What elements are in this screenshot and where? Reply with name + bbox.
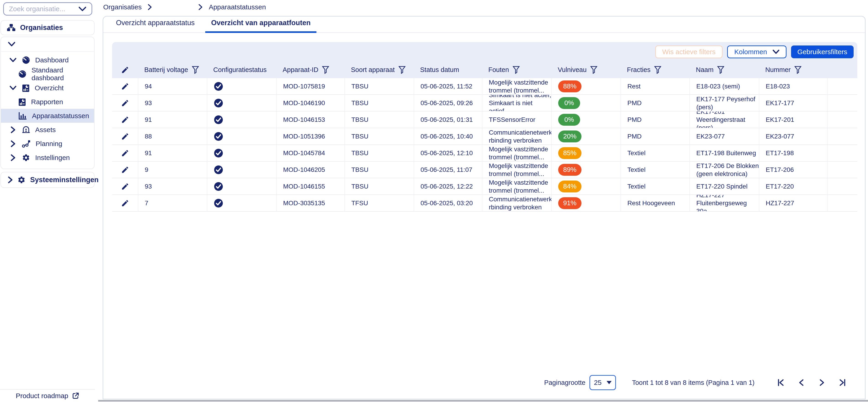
- config-status-cell: [207, 78, 276, 94]
- pencil-icon: [121, 116, 129, 124]
- filter-funnel-icon[interactable]: [590, 66, 597, 74]
- chevron-right-icon[interactable]: [9, 154, 17, 161]
- cell-text: TBSU: [351, 182, 369, 190]
- config-status-cell: [207, 95, 276, 111]
- name-cell: ET17-220 Spindel: [689, 178, 759, 195]
- sidebar-item-label: Instellingen: [35, 154, 70, 162]
- product-roadmap-link[interactable]: Product roadmap: [0, 389, 95, 402]
- number-cell: EK17-201: [759, 112, 827, 128]
- next-page-button[interactable]: [812, 379, 832, 386]
- first-page-button[interactable]: [771, 379, 791, 386]
- edit-row-button[interactable]: [112, 195, 138, 211]
- check-circle-icon: [214, 165, 223, 175]
- sidebar-item-systeeminstellingen[interactable]: Systeeminstellingen: [1, 172, 94, 188]
- chevron-right-icon[interactable]: [9, 140, 17, 147]
- chevron-down-icon[interactable]: [9, 58, 17, 63]
- edit-row-button[interactable]: [112, 78, 138, 94]
- user-filters-button[interactable]: Gebruikersfilters: [791, 46, 854, 58]
- cell-text: Communicatienetwerkve rbinding verbroken: [489, 128, 551, 144]
- device_type-cell: TBSU: [344, 112, 414, 128]
- cell-text: TBSU: [351, 166, 369, 174]
- fill-level-badge: 91%: [558, 197, 582, 209]
- tab-overzicht-apparaatstatus[interactable]: Overzicht apparaatstatus: [110, 19, 201, 32]
- filter-funnel-icon[interactable]: [654, 66, 661, 74]
- device_type-cell: TBSU: [344, 95, 414, 111]
- sidebar-item-organisaties[interactable]: Organisaties: [1, 21, 94, 35]
- check-circle-icon: [214, 148, 223, 158]
- breadcrumb-item-apparaatstatussen[interactable]: Apparaatstatussen: [209, 3, 266, 11]
- filter-funnel-icon[interactable]: [398, 66, 406, 74]
- filter-funnel-icon[interactable]: [717, 66, 724, 74]
- cell-text: TBSU: [351, 99, 369, 107]
- clear-active-filters-button[interactable]: Wis actieve filters: [655, 46, 722, 58]
- pencil-icon: [121, 99, 129, 107]
- pagination-summary: Toont 1 tot 8 van 8 items (Pagina 1 van …: [632, 379, 754, 386]
- device_type-cell: TBSU: [344, 128, 414, 144]
- sidebar-item-standaard-dashboard[interactable]: Standaard dashboard: [1, 67, 94, 81]
- columns-dropdown[interactable]: Kolommen: [727, 46, 786, 58]
- column-label: Configuratiestatus: [213, 66, 267, 74]
- cell-text: 05-06-2025, 03:20: [421, 199, 473, 207]
- number-cell: E18-023: [759, 78, 827, 94]
- edit-row-button[interactable]: [112, 112, 138, 128]
- chevron-down-icon[interactable]: [78, 6, 87, 12]
- table-row: 93MOD-1046155TBSU05-06-2025, 12:22Mogeli…: [112, 178, 857, 195]
- number-cell: HZ17-227: [759, 195, 827, 211]
- cell-text: TBSU: [351, 132, 369, 140]
- tab-overzicht-van-apparaatfouten[interactable]: Overzicht van apparaatfouten: [205, 19, 317, 32]
- device_id-cell: MOD-1051396: [276, 128, 344, 144]
- fill-level-badge: 0%: [558, 97, 580, 109]
- cell-text: TFSU: [351, 199, 368, 207]
- column-header-name: Naam: [689, 61, 759, 78]
- status_date-cell: 05-06-2025, 09:26: [414, 95, 482, 111]
- sidebar-collapse-toggle[interactable]: [1, 37, 94, 52]
- number-cell: EK17-177: [759, 95, 827, 111]
- organisations-card: Organisaties: [0, 20, 95, 35]
- table-row: 88MOD-1051396TBSU05-06-2025, 10:40Commun…: [112, 128, 857, 145]
- table-row: 91MOD-1045784TBSU05-06-2025, 12:10Mogeli…: [112, 145, 857, 162]
- filter-funnel-icon[interactable]: [192, 66, 199, 74]
- table-row: 91MOD-1046153TBSU05-06-2025, 01:31TFSSen…: [112, 112, 857, 128]
- report-icon: [18, 97, 26, 106]
- edit-row-button[interactable]: [112, 162, 138, 178]
- chevron-down-icon: [773, 50, 779, 54]
- previous-page-button[interactable]: [791, 379, 812, 386]
- cell-text: HZ17-227 Fluitenbergseweg 30a: [696, 195, 759, 211]
- fill-level-cell: 0%: [551, 95, 621, 111]
- spacer-cell: [827, 145, 857, 161]
- filter-funnel-icon[interactable]: [513, 66, 520, 74]
- cell-text: MOD-1051396: [283, 132, 325, 140]
- pencil-icon: [121, 166, 129, 174]
- cell-text: TFSSensorError: [489, 116, 535, 124]
- sidebar-item-dashboard[interactable]: Dashboard: [1, 53, 94, 67]
- edit-row-button[interactable]: [112, 95, 138, 111]
- search-input[interactable]: Zoek organisatie...: [3, 2, 92, 16]
- last-page-button[interactable]: [832, 379, 853, 386]
- name-cell: ET17-206 De Blokken (geen elektronica): [689, 162, 759, 178]
- cell-text: Mogelijk vastzittende trommel (trommel..…: [489, 145, 551, 161]
- horizontal-scrollbar[interactable]: [98, 400, 868, 402]
- edit-row-button[interactable]: [112, 178, 138, 195]
- page-size-select[interactable]: 25: [589, 375, 616, 390]
- voltage-cell: 91: [138, 112, 207, 128]
- column-label: Soort apparaat: [351, 66, 395, 74]
- chevron-right-icon[interactable]: [9, 126, 17, 133]
- fill-level-cell: 88%: [551, 78, 621, 94]
- fraction-cell: Rest: [621, 78, 689, 94]
- cell-text: HZ17-227: [766, 199, 794, 207]
- sidebar-item-instellingen[interactable]: Instellingen: [1, 151, 94, 165]
- sidebar-item-planning[interactable]: Planning: [1, 137, 94, 151]
- gear-icon: [17, 176, 26, 184]
- sidebar-item-overzicht[interactable]: Overzicht: [1, 81, 94, 95]
- chevron-down-icon[interactable]: [9, 85, 17, 90]
- sidebar-item-rapporten[interactable]: Rapporten: [1, 95, 94, 109]
- sidebar-item-apparaatstatussen[interactable]: Apparaatstatussen: [1, 109, 94, 123]
- edit-row-button[interactable]: [112, 128, 138, 144]
- cell-text: Textiel: [627, 149, 645, 157]
- sidebar-item-assets[interactable]: Assets: [1, 123, 94, 137]
- breadcrumb-item-organisaties[interactable]: Organisaties: [103, 3, 142, 11]
- filter-funnel-icon[interactable]: [322, 66, 329, 74]
- edit-row-button[interactable]: [112, 145, 138, 161]
- cell-text: 7: [145, 199, 148, 207]
- filter-funnel-icon[interactable]: [794, 66, 802, 74]
